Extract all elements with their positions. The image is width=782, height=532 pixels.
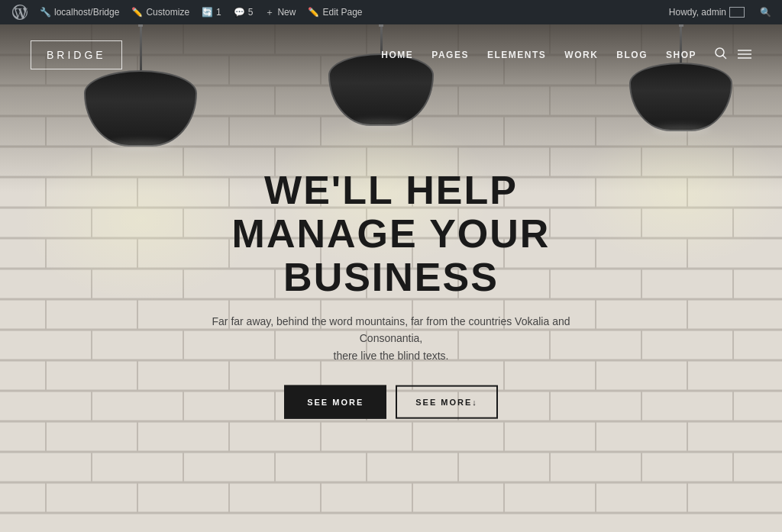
customize-item[interactable]: ✏️ Customize	[125, 0, 196, 24]
see-more-secondary-button[interactable]: SEE MORE↓	[396, 385, 498, 419]
site-navigation: BRIDGE HOME PAGES ELEMENTS WORK BLOG SHO…	[0, 24, 782, 85]
search-bar-icon[interactable]: 🔍	[755, 0, 776, 24]
site-wrapper: BRIDGE HOME PAGES ELEMENTS WORK BLOG SHO…	[0, 24, 782, 532]
menu-item-home[interactable]: HOME	[381, 50, 413, 60]
site-url-item[interactable]: 🔧 localhost/Bridge	[34, 0, 125, 24]
hero-title: WE'LL HELP MANAGE YOUR BUSINESS	[196, 168, 586, 299]
edit-icon: ✏️	[308, 7, 319, 18]
screen-icon	[729, 7, 745, 18]
menu-item-work[interactable]: WORK	[564, 50, 598, 60]
site-menu: HOME PAGES ELEMENTS WORK BLOG SHOP	[381, 47, 751, 63]
comments-item[interactable]: 💬 5	[228, 0, 260, 24]
menu-icon-group	[715, 47, 751, 63]
edit-page-item[interactable]: ✏️ Edit Page	[302, 0, 368, 24]
new-item[interactable]: ＋ New	[259, 0, 302, 24]
site-icon: 🔧	[40, 7, 51, 18]
hero-buttons: SEE MORE SEE MORE↓	[196, 385, 586, 419]
menu-item-shop[interactable]: SHOP	[666, 50, 696, 60]
plus-icon: ＋	[265, 6, 274, 19]
updates-item[interactable]: 🔄 1	[196, 0, 228, 24]
hero-subtitle: Far far away, behind the word mountains,…	[196, 313, 586, 364]
customize-icon: ✏️	[131, 7, 143, 18]
wp-logo[interactable]	[6, 0, 34, 24]
site-logo[interactable]: BRIDGE	[31, 40, 122, 69]
howdy-item[interactable]: Howdy, admin	[664, 0, 749, 24]
menu-item-blog[interactable]: BLOG	[616, 50, 648, 60]
svg-line-150	[723, 56, 726, 59]
hero-content: WE'LL HELP MANAGE YOUR BUSINESS Far far …	[196, 168, 586, 419]
admin-bar: 🔧 localhost/Bridge ✏️ Customize 🔄 1 💬 5 …	[0, 0, 782, 24]
menu-item-pages[interactable]: PAGES	[431, 50, 469, 60]
site-url-text: localhost/Bridge	[54, 7, 119, 18]
updates-icon: 🔄	[202, 7, 213, 18]
search-icon: 🔍	[760, 7, 771, 18]
search-nav-icon[interactable]	[715, 47, 727, 63]
menu-item-elements[interactable]: ELEMENTS	[487, 50, 546, 60]
comments-icon: 💬	[234, 7, 245, 18]
see-more-primary-button[interactable]: SEE MORE	[284, 385, 386, 419]
hamburger-icon[interactable]	[738, 48, 751, 62]
